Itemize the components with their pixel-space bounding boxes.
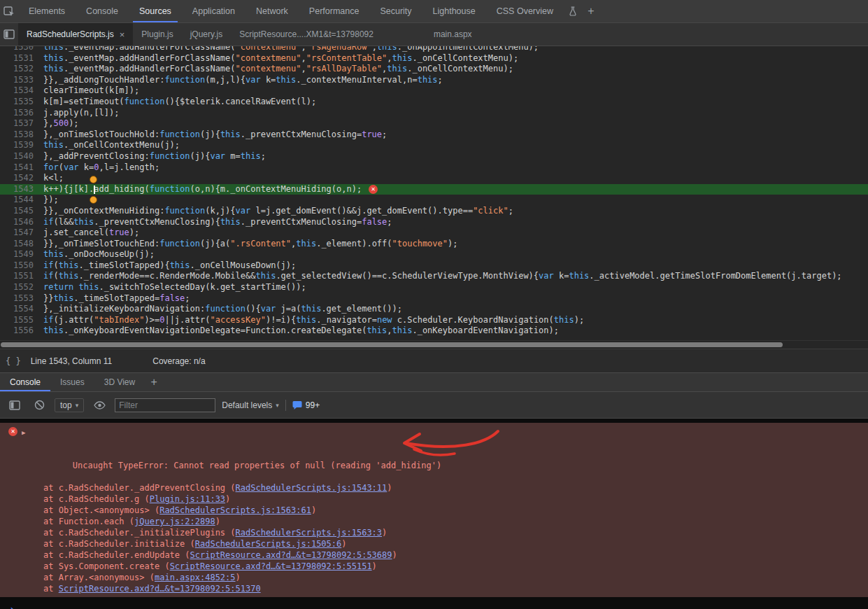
live-expression-eye-icon[interactable] (90, 392, 108, 418)
line-number[interactable]: 1539 (0, 140, 34, 151)
line-number[interactable]: 1544 (0, 195, 34, 206)
line-number[interactable]: 1536 (0, 108, 34, 119)
tab-performance[interactable]: Performance (303, 0, 366, 22)
stack-link[interactable]: Plugin.js:11:33 (150, 494, 225, 504)
code-line-1547[interactable]: 1547j.set_cancel(true); (0, 227, 868, 239)
file-tab-radschedulerscripts-js[interactable]: RadSchedulerScripts.js× (18, 23, 133, 46)
tab-console[interactable]: Console (80, 0, 124, 22)
code-line-1550[interactable]: 1550if(this._timeSlotTapped){this._onCel… (0, 260, 868, 272)
code-line-1540[interactable]: 1540},_addPreventClosing:function(j){var… (0, 151, 868, 162)
line-number[interactable]: 1531 (0, 53, 34, 64)
line-number[interactable]: 1540 (0, 151, 34, 162)
tab-sources[interactable]: Sources (133, 0, 178, 22)
code-line-1553[interactable]: 1553}}this._timeSlotTapped=false; (0, 293, 868, 304)
code-line-1544[interactable]: 1544}); (0, 195, 868, 206)
pretty-print-icon[interactable]: { } (6, 356, 21, 366)
selection-handle-bottom[interactable] (90, 196, 97, 204)
error-message-row[interactable]: ✕ ▶ Uncaught TypeError: Cannot read prop… (0, 426, 868, 482)
issues-counter[interactable]: 99+ (292, 400, 320, 410)
code-line-1531[interactable]: 1531this._eventMap.addHandlerForClassNam… (0, 53, 868, 64)
tab-network[interactable]: Network (250, 0, 294, 22)
context-selector[interactable]: top ▾ (55, 398, 84, 412)
tab-application[interactable]: Application (186, 0, 241, 22)
clear-console-icon[interactable] (30, 392, 48, 418)
line-number[interactable]: 1550 (0, 260, 34, 272)
line-number[interactable]: 1532 (0, 64, 34, 75)
line-number[interactable]: 1533 (0, 75, 34, 86)
add-panel-icon[interactable]: + (582, 5, 600, 18)
stack-link[interactable]: RadSchedulerScripts.js:1505:6 (195, 539, 342, 549)
stack-link[interactable]: ScriptResource.axd?d…&t=13798092:5:55151 (170, 561, 372, 571)
file-tab-scriptresource-xm1-t-13798092[interactable]: ScriptResource....XM1&t=13798092 (231, 23, 382, 46)
line-number[interactable]: 1543 (0, 184, 34, 195)
console-sidebar-icon[interactable] (6, 392, 24, 418)
close-tab-icon[interactable]: × (120, 29, 125, 40)
line-number[interactable]: 1546 (0, 217, 34, 228)
scrollbar-thumb[interactable] (1, 342, 783, 347)
line-number[interactable]: 1552 (0, 282, 34, 293)
line-number[interactable]: 1545 (0, 206, 34, 217)
code-line-1546[interactable]: 1546if(l&&this._preventCtxMenuClosing){t… (0, 217, 868, 228)
tab-lighthouse[interactable]: Lighthouse (427, 0, 482, 22)
code-line-1552[interactable]: 1552return this._switchToSelectedDay(k.g… (0, 282, 868, 293)
drawer-tab-3d-view[interactable]: 3D View (94, 373, 145, 391)
file-tab-plugin-js[interactable]: Plugin.js (133, 23, 181, 46)
horizontal-scrollbar[interactable] (0, 340, 868, 349)
line-number[interactable]: 1553 (0, 293, 34, 304)
code-line-1554[interactable]: 1554},_initializeKeyboardNavigation:func… (0, 304, 868, 315)
stack-link[interactable]: ScriptResource.axd?d…&t=13798092:5:51370 (59, 584, 261, 594)
code-line-1539[interactable]: 1539this._onCellContextMenu(j); (0, 140, 868, 151)
code-line-1532[interactable]: 1532this._eventMap.addHandlerForClassNam… (0, 64, 868, 75)
tab-elements[interactable]: Elements (22, 0, 71, 22)
code-line-1551[interactable]: 1551if(this._renderMode==c.RenderMode.Mo… (0, 271, 868, 282)
stack-link[interactable]: RadSchedulerScripts.js:1563:61 (159, 505, 311, 515)
code-line-1530[interactable]: 1530this._eventMap.addHandlerForClassNam… (0, 46, 868, 53)
code-line-1548[interactable]: 1548}},_onTimeSlotTouchEnd:function(j){a… (0, 239, 868, 250)
code-line-1556[interactable]: 1556this._onKeyboardEventNavigationDeleg… (0, 326, 868, 337)
line-number[interactable]: 1549 (0, 249, 34, 260)
line-number[interactable]: 1556 (0, 326, 34, 337)
log-levels-dropdown[interactable]: Default levels ▾ (222, 400, 279, 410)
line-number[interactable]: 1530 (0, 46, 34, 53)
tab-security[interactable]: Security (373, 0, 418, 22)
file-tab-jquery-js[interactable]: jQuery.js (182, 23, 231, 46)
code-line-1537[interactable]: 1537},500); (0, 118, 868, 130)
source-editor[interactable]: 1530this._eventMap.addHandlerForClassNam… (0, 46, 868, 340)
tab-css-overview[interactable]: CSS Overview (490, 0, 560, 22)
stack-link[interactable]: RadSchedulerScripts.js:1563:3 (236, 528, 383, 538)
stack-link[interactable]: main.aspx:4852:5 (155, 573, 236, 582)
line-error-icon[interactable]: ✕ (369, 185, 378, 194)
stack-link[interactable]: ScriptResource.axd?d…&t=13798092:5:53689 (190, 550, 392, 560)
file-tab-main-aspx[interactable]: main.aspx (425, 23, 481, 46)
more-drawer-tabs-icon[interactable]: + (145, 376, 163, 388)
line-number[interactable]: 1534 (0, 85, 34, 97)
code-line-1549[interactable]: 1549this._onDocMouseUp(j); (0, 249, 868, 260)
navigator-toggle-icon[interactable] (0, 23, 18, 46)
line-number[interactable]: 1548 (0, 239, 34, 250)
expand-triangle-icon[interactable]: ▶ (22, 427, 25, 438)
selection-handle-top[interactable] (90, 176, 97, 183)
code-line-1555[interactable]: 1555if(j.attr("tabIndex")>=0||j.attr("ac… (0, 315, 868, 326)
code-line-1535[interactable]: 1535k[m]=setTimeout(function(){$telerik.… (0, 97, 868, 108)
console-input[interactable] (20, 604, 868, 609)
line-number[interactable]: 1547 (0, 227, 34, 239)
drawer-tab-issues[interactable]: Issues (50, 373, 94, 391)
code-line-1538[interactable]: 1538},_onTimeSlotTouchHold:function(j){t… (0, 130, 868, 141)
code-line-1534[interactable]: 1534clearTimeout(k[m]); (0, 85, 868, 97)
experiments-flask-icon[interactable] (564, 0, 582, 22)
code-line-1536[interactable]: 1536j.apply(n,[l]); (0, 108, 868, 119)
line-number[interactable]: 1555 (0, 315, 34, 326)
stack-link[interactable]: RadSchedulerScripts.js:1543:11 (236, 483, 387, 493)
line-number[interactable]: 1535 (0, 97, 34, 108)
line-number[interactable]: 1542 (0, 173, 34, 184)
line-number[interactable]: 1541 (0, 162, 34, 174)
line-number[interactable]: 1538 (0, 130, 34, 141)
line-number[interactable]: 1537 (0, 118, 34, 130)
code-line-1533[interactable]: 1533}},_addLongTouchHandler:function(m,j… (0, 75, 868, 86)
code-line-1545[interactable]: 1545}},_onContextMenuHiding:function(k,j… (0, 206, 868, 217)
inspect-icon[interactable] (0, 0, 18, 22)
code-line-1541[interactable]: 1541for(var k=0,l=j.length; (0, 162, 868, 174)
drawer-tab-console[interactable]: Console (0, 373, 50, 391)
code-line-1542[interactable]: 1542k<l; (0, 173, 868, 184)
console-filter-input[interactable] (115, 398, 215, 412)
